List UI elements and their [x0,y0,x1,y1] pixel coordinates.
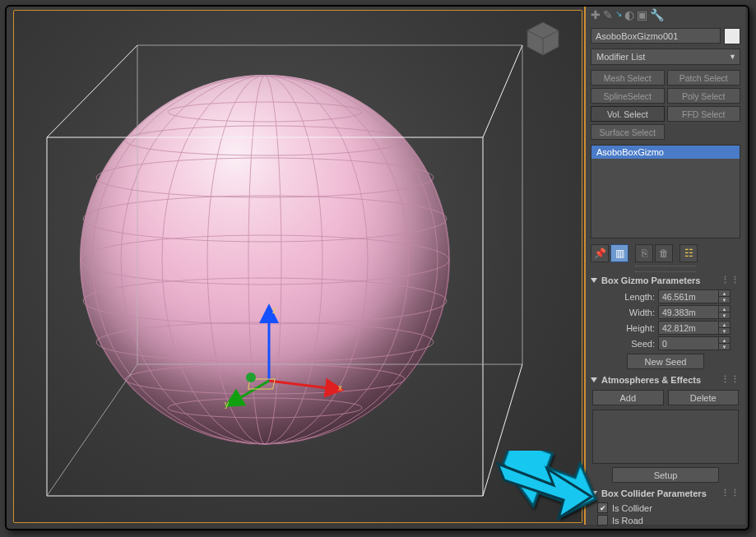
svg-line-36 [233,381,269,402]
bounding-box-gizmo[interactable] [14,11,582,522]
svg-marker-41 [498,464,591,518]
remove-modifier-icon[interactable]: 🗑 [655,244,673,262]
spin-up-icon[interactable]: ▲ [719,306,730,312]
stack-toolbar: 📌 ▥ ⎘ 🗑 ☷ [586,242,745,265]
spin-up-icon[interactable]: ▲ [719,290,730,297]
svg-line-27 [47,364,137,496]
rollout-drag-icon: ⋮⋮ [721,488,740,498]
tab-utilities-icon[interactable]: 🔧 [650,9,664,25]
configure-sets-icon[interactable]: ☷ [679,244,698,262]
app-frame: z x y ✚ ✎ ↘ ◐ ▣ 🔧 Modifier List ▼ Me [5,5,749,530]
height-spinner[interactable]: ▲▼ [658,321,730,335]
poly-select-button[interactable]: Poly Select [667,88,741,104]
rollout-collapse-icon [591,377,597,382]
show-end-result-icon[interactable]: ▥ [610,244,628,262]
spin-down-icon[interactable]: ▼ [719,328,730,334]
effects-list[interactable] [592,410,739,464]
length-input[interactable] [658,289,719,303]
spin-down-icon[interactable]: ▼ [719,297,730,303]
seed-spinner[interactable]: ▲▼ [658,336,730,350]
spin-up-icon[interactable]: ▲ [719,337,730,344]
rollout-collapse-icon [591,278,597,283]
svg-text:y: y [225,400,229,409]
svg-line-25 [483,45,522,137]
patch-select-button[interactable]: Patch Select [667,70,741,86]
tab-modify-icon[interactable]: ✎ [603,9,613,25]
modifier-stack[interactable]: AsoboBoxGizmo [591,145,740,238]
svg-line-24 [47,45,137,137]
rollout-drag-icon: ⋮⋮ [721,374,740,385]
object-name-field[interactable] [591,28,721,44]
tab-display-icon[interactable]: ▣ [637,9,647,25]
mesh-select-button[interactable]: Mesh Select [591,70,665,86]
ffd-select-button[interactable]: FFD Select [667,106,741,122]
spline-select-button[interactable]: SplineSelect [591,88,665,104]
height-label: Height: [591,323,655,333]
rollout-box-gizmo-title: Box Gizmo Parameters [601,275,700,285]
seed-input[interactable] [658,336,719,350]
setup-button[interactable]: Setup [612,467,719,483]
width-input[interactable] [658,305,719,319]
surface-select-button[interactable]: Surface Select [591,124,665,140]
make-unique-icon[interactable]: ⎘ [635,244,653,262]
modifier-set-buttons: Mesh Select Patch Select SplineSelect Po… [586,68,745,143]
spin-down-icon[interactable]: ▼ [719,312,730,318]
new-seed-button[interactable]: New Seed [627,354,704,369]
svg-point-39 [246,373,256,382]
seed-label: Seed: [591,339,655,349]
spin-up-icon[interactable]: ▲ [719,322,730,328]
panel-resize-grip[interactable] [635,266,696,272]
spin-down-icon[interactable]: ▼ [719,344,730,350]
command-panel: ✚ ✎ ↘ ◐ ▣ 🔧 Modifier List ▼ Mesh Select … [584,7,745,525]
length-label: Length: [591,292,655,302]
tab-motion-icon[interactable]: ◐ [624,9,634,25]
is-road-label: Is Road [612,516,643,525]
svg-text:z: z [272,306,276,315]
width-label: Width: [591,308,655,317]
rollout-atmospheres-header[interactable]: Atmospheres & Effects ⋮⋮ [591,374,740,385]
height-input[interactable] [658,321,719,335]
vol-select-button[interactable]: Vol. Select [591,106,665,122]
rollout-box-collider-header[interactable]: Box Collider Parameters ⋮⋮ [591,488,740,498]
transform-gizmo[interactable]: z x y [220,299,359,422]
svg-line-34 [269,381,335,389]
rollout-box-collider-title: Box Collider Parameters [601,488,707,498]
object-color-swatch[interactable] [724,28,740,44]
modifier-list-label: Modifier List [596,52,645,62]
is-collider-label: Is Collider [612,503,652,513]
add-effect-button[interactable]: Add [592,390,664,405]
chevron-down-icon: ▼ [729,53,736,61]
delete-effect-button[interactable]: Delete [668,390,740,405]
width-spinner[interactable]: ▲▼ [658,305,730,319]
rollout-box-gizmo-header[interactable]: Box Gizmo Parameters ⋮⋮ [591,275,740,285]
rollout-atmospheres-title: Atmospheres & Effects [601,375,701,385]
length-spinner[interactable]: ▲▼ [658,289,730,303]
tab-create-icon[interactable]: ✚ [591,9,601,25]
modifier-list-dropdown[interactable]: Modifier List ▼ [591,49,740,65]
annotation-arrow [488,449,603,523]
svg-text:x: x [338,383,342,392]
viewport[interactable]: z x y [13,10,582,523]
rollout-drag-icon: ⋮⋮ [721,275,740,285]
stack-item-asobo-box-gizmo[interactable]: AsoboBoxGizmo [591,146,740,159]
panel-tab-strip: ✚ ✎ ↘ ◐ ▣ 🔧 [586,7,745,26]
pin-stack-icon[interactable]: 📌 [591,244,609,262]
tab-hierarchy-icon[interactable]: ↘ [615,9,622,25]
